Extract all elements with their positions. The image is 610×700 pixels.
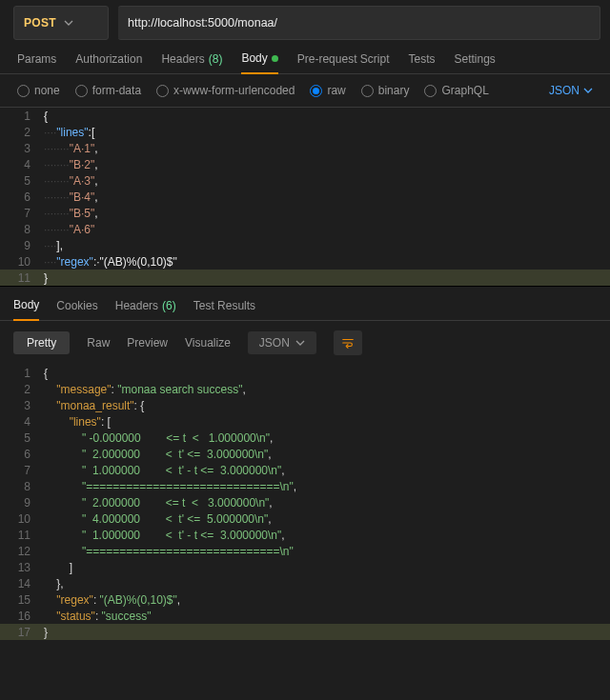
view-preview[interactable]: Preview xyxy=(127,336,168,350)
body-type-row: none form-data x-www-form-urlencoded raw… xyxy=(0,74,610,108)
response-body-viewer[interactable]: 1{2 "message": "monaa search success",3 … xyxy=(0,365,610,640)
view-visualize[interactable]: Visualize xyxy=(185,336,231,350)
tab-tests[interactable]: Tests xyxy=(408,51,435,73)
tab-authorization[interactable]: Authorization xyxy=(75,51,142,73)
body-formdata-radio[interactable]: form-data xyxy=(75,84,141,97)
request-body-editor[interactable]: 1{2····"lines":[3········"A·1",4········… xyxy=(0,108,610,286)
body-binary-radio[interactable]: binary xyxy=(361,84,410,97)
wrap-lines-button[interactable] xyxy=(334,330,362,355)
http-method-select[interactable]: POST xyxy=(13,6,109,40)
body-raw-radio[interactable]: raw xyxy=(310,84,345,97)
resp-tab-body[interactable]: Body xyxy=(13,298,39,321)
wrap-icon xyxy=(341,336,355,350)
url-input[interactable]: http://localhost:5000/monaa/ xyxy=(118,6,600,40)
resp-tab-testresults[interactable]: Test Results xyxy=(193,298,255,320)
tab-headers[interactable]: Headers (8) xyxy=(161,51,222,73)
resp-headers-count: (6) xyxy=(162,299,176,312)
tab-prerequest[interactable]: Pre-request Script xyxy=(297,51,390,73)
body-xform-radio[interactable]: x-www-form-urlencoded xyxy=(156,84,295,97)
url-text: http://localhost:5000/monaa/ xyxy=(128,16,277,30)
response-toolbar: Pretty Raw Preview Visualize JSON xyxy=(0,321,610,365)
response-tabs: Body Cookies Headers (6) Test Results xyxy=(0,286,610,321)
request-tabs: Params Authorization Headers (8) Body Pr… xyxy=(0,40,610,74)
response-format-select[interactable]: JSON xyxy=(248,331,316,354)
view-pretty[interactable]: Pretty xyxy=(13,331,70,354)
chevron-down-icon xyxy=(583,86,593,95)
chevron-down-icon xyxy=(64,18,73,28)
tab-body[interactable]: Body xyxy=(241,51,277,74)
resp-tab-headers[interactable]: Headers (6) xyxy=(115,298,176,320)
resp-tab-cookies[interactable]: Cookies xyxy=(56,298,97,320)
tab-settings[interactable]: Settings xyxy=(455,51,496,73)
http-method-label: POST xyxy=(24,16,56,30)
tab-params[interactable]: Params xyxy=(17,51,56,73)
chevron-down-icon xyxy=(295,338,305,348)
view-raw[interactable]: Raw xyxy=(87,336,110,350)
body-graphql-radio[interactable]: GraphQL xyxy=(424,84,488,97)
body-lang-select[interactable]: JSON xyxy=(549,84,593,97)
body-none-radio[interactable]: none xyxy=(17,84,60,97)
headers-count-badge: (8) xyxy=(209,52,223,66)
body-dirty-dot xyxy=(272,55,278,62)
